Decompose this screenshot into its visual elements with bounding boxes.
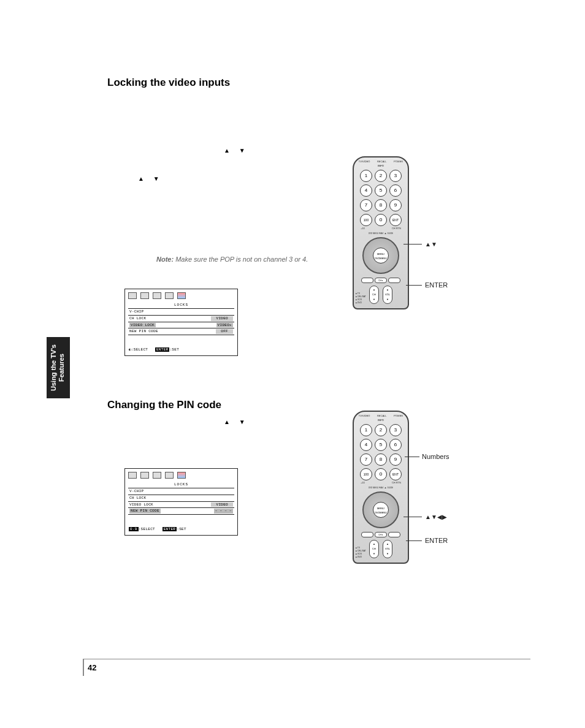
callout-line [406,285,422,286]
callout-arrows-1: ▲▼ [425,240,437,248]
remote-numpad: 1 2 3 4 5 6 7 8 9 100 0 ENT [354,170,408,226]
remote-info: INFO [354,164,408,167]
remote-long-btn [361,278,373,283]
osd-footer: ◐:SELECT ENTER:SET [129,347,179,352]
remote-sublabel: CH RTN [392,481,401,484]
remote-num-btn: 7 [360,453,372,466]
osd-row: NEW PIN CODE [129,329,158,334]
osd-icon-row [128,472,234,479]
osd-row: V-CHIP [129,309,143,314]
remote-num-btn: 8 [375,199,387,211]
remote-num-btn: 0 [375,468,387,480]
remote-label: RECALL [377,160,387,163]
remote-ch-btn: ▲CH▼ [369,540,379,558]
remote-mode-labels: TV CBL/SAT VCR DVD [356,292,366,305]
osd-title: LOCKS [128,482,234,487]
remote-label: TV/VIDEO [359,160,370,163]
footer-rule-vert [83,659,84,676]
remote-numpad: 1 2 3 4 5 6 7 8 9 100 0 ENT [354,424,408,480]
remote-num-btn: 8 [375,453,387,466]
remote-label: POWER [394,414,403,417]
osd-row: CH LOCK [129,316,146,321]
remote-long-btn: CH▼ [375,532,387,537]
osd-screenshot-2: LOCKS V-CHIP CH LOCK VIDEO LOCKVIDEO NEW… [124,468,238,536]
remote-dpad: MENUDVDMENU [362,237,399,274]
remote-num-btn: 9 [389,199,402,211]
remote-long-btn [361,532,373,537]
remote-num-btn: 7 [360,199,372,211]
note-text: Make sure the POP is not on channel 3 or… [174,256,308,263]
remote-menu-btn: MENUDVDMENU [373,248,389,264]
remote-label: POWER [394,160,403,163]
footer-rule [83,659,530,659]
note-label: Note: [156,256,174,263]
remote-num-btn: 1 [360,170,372,182]
remote-sublabel: CH RTN [392,227,401,230]
remote-mode-labels: TV CBL/SAT VCR DVD [356,547,366,559]
osd-row: CH LOCK [129,496,146,501]
remote-label: GUIDE [388,232,394,235]
remote-long-btn [388,532,400,537]
remote-num-btn: 2 [375,424,387,436]
callout-enter-2: ENTER [425,537,448,544]
remote-num-btn: 4 [360,439,372,451]
callout-line [406,540,422,541]
remote-long-btn [388,278,400,283]
remote-label: RECALL [377,414,387,417]
remote-num-btn: 3 [389,424,402,436]
remote-info: INFO [354,419,408,422]
remote-dpad: MENUDVDMENU [362,491,399,528]
remote-label: GUIDE [388,487,394,489]
remote-fav: FAV ▲ [379,232,386,235]
callout-arrows-2: ▲▼◀▶ [425,513,447,520]
heading-pin: Changing the PIN code [107,399,549,411]
remote-sublabel: +10 [361,227,365,230]
remote-num-btn: 0 [375,214,387,226]
osd-row: V-CHIP [129,489,143,494]
remote-illustration-2: TV/VIDEO RECALL POWER INFO 1 2 3 4 5 6 7… [353,411,409,564]
remote-num-btn: 4 [360,184,372,197]
callout-line [403,244,422,245]
remote-num-btn: 100 [360,214,372,226]
remote-vol-btn: ▲VOL▼ [383,286,392,304]
callout-numbers: Numbers [422,453,449,460]
remote-num-btn: 6 [389,439,402,451]
remote-menu-btn: MENUDVDMENU [373,502,389,518]
remote-fav: FAV ▲ [379,486,386,489]
osd-row-selected: NEW PIN CODE [129,509,161,514]
osd-icon-row [128,292,234,299]
osd-screenshot-1: LOCKS V-CHIP CH LOCKVIDEO VIDEO LOCKVIDE… [124,289,238,356]
page-content: Locking the video inputs ▲ ▼ ▲ ▼ Note: M… [83,67,549,536]
remote-sublabel: +10 [361,481,365,484]
osd-row: VIDEO LOCK [129,502,153,507]
side-tab: Using the TV'sFeatures [47,337,70,398]
osd-footer: 0-9:SELECT ENTER:SET [129,527,186,531]
callout-line [403,517,422,517]
remote-num-btn: 1 [360,424,372,436]
remote-num-btn: 6 [389,184,402,197]
remote-num-btn: 5 [375,439,387,451]
triangle-indicator-1: ▲ ▼ [224,147,549,154]
remote-long-btn: CH▼ [375,278,387,283]
remote-num-btn: 5 [375,184,387,197]
remote-num-btn: ENT [389,468,402,480]
remote-label: DVD MENU [369,487,378,489]
remote-num-btn: 3 [389,170,402,182]
page-number: 42 [88,663,96,672]
remote-ch-btn: ▲CH▼ [369,286,379,304]
callout-enter-1: ENTER [425,281,448,289]
osd-row-selected: VIDEO LOCK [129,323,156,328]
osd-title: LOCKS [128,303,234,307]
callout-line [405,457,419,457]
heading-locking: Locking the video inputs [107,77,549,89]
remote-num-btn: 100 [360,468,372,480]
remote-label: TV/VIDEO [359,414,370,417]
remote-label: DVD MENU [369,232,378,235]
triangle-indicator-2: ▲ ▼ [138,175,549,182]
remote-num-btn: ENT [389,214,402,226]
remote-num-btn: 2 [375,170,387,182]
remote-illustration-1: TV/VIDEO RECALL POWER INFO 1 2 3 4 5 6 7… [353,156,409,309]
remote-num-btn: 9 [389,453,402,466]
remote-vol-btn: ▲VOL▼ [383,540,392,558]
